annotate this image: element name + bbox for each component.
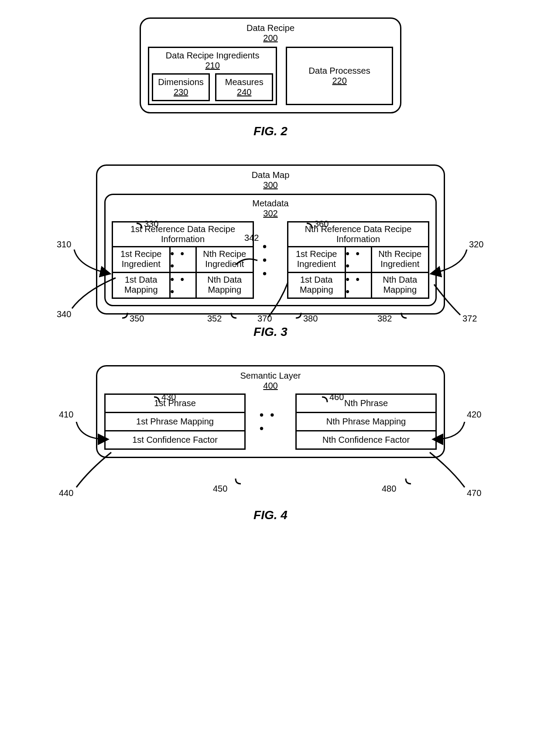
- semantic-row: 1st Phrase 1st Phrase Mapping 1st Confid…: [104, 393, 437, 450]
- figure-2-caption: FIG. 2: [17, 124, 524, 138]
- phrase-n-title: Nth Phrase: [297, 395, 435, 412]
- figure-3-caption: FIG. 3: [52, 325, 489, 339]
- lbl-440: 440: [59, 488, 73, 498]
- recipen-ing1: 1st Recipe Ingredient: [288, 247, 346, 272]
- recipen-mapn: Nth Data Mapping: [372, 272, 428, 298]
- data-map-box: Data Map 300 Metadata 302 1st Reference …: [96, 164, 445, 315]
- lbl-382: 382: [377, 314, 392, 323]
- figure-2: Data Recipe 200 Data Recipe Ingredients …: [17, 17, 524, 138]
- recipe1-map1: 1st Data Mapping: [113, 272, 171, 298]
- ref-recipe-n-box: Nth Reference Data Recipe Information 1s…: [287, 221, 429, 299]
- lbl-480: 480: [382, 484, 396, 493]
- lbl-370: 370: [257, 314, 272, 323]
- data-recipe-num: 200: [148, 33, 393, 43]
- measures-num: 240: [219, 87, 269, 97]
- semantic-layer-title: Semantic Layer: [104, 371, 437, 381]
- dimensions-box: Dimensions 230: [152, 73, 210, 101]
- semantic-layer-heading: Semantic Layer 400: [104, 371, 437, 391]
- metadata-heading: Metadata 302: [112, 198, 429, 219]
- phrase-n-conf: Nth Confidence Factor: [297, 430, 435, 448]
- ref-recipe-1-title: 1st Reference Data Recipe Information: [113, 222, 253, 247]
- dimensions-title: Dimensions: [156, 77, 206, 87]
- data-map-num: 300: [104, 180, 437, 190]
- recipen-map1: 1st Data Mapping: [288, 272, 346, 298]
- dots-icon: • • •: [346, 272, 372, 298]
- data-recipe-heading: Data Recipe 200: [148, 23, 393, 43]
- recipen-ingn: Nth Recipe Ingredient: [372, 247, 428, 272]
- lbl-352: 352: [207, 314, 222, 323]
- processes-title: Data Processes: [309, 66, 370, 76]
- phrase-1-conf: 1st Confidence Factor: [106, 430, 244, 448]
- lbl-350: 350: [130, 314, 144, 323]
- data-map-title: Data Map: [104, 170, 437, 180]
- dimensions-num: 230: [156, 87, 206, 97]
- phrase-1-box: 1st Phrase 1st Phrase Mapping 1st Confid…: [104, 393, 246, 450]
- ingredients-subrow: Dimensions 230 Measures 240: [152, 73, 273, 101]
- ingredients-title: Data Recipe Ingredients: [152, 51, 273, 61]
- figure-4: Semantic Layer 400 1st Phrase 1st Phrase…: [52, 365, 489, 548]
- measures-box: Measures 240: [215, 73, 273, 101]
- figure-3: Data Map 300 Metadata 302 1st Reference …: [52, 164, 489, 365]
- metadata-row: 1st Reference Data Recipe Information 1s…: [112, 221, 429, 299]
- semantic-layer-box: Semantic Layer 400 1st Phrase 1st Phrase…: [96, 365, 445, 458]
- recipe1-ingn: Nth Recipe Ingredient: [197, 247, 253, 272]
- dots-icon: • • •: [171, 272, 197, 298]
- processes-box: Data Processes 220: [286, 47, 393, 105]
- recipe1-mapn: Nth Data Mapping: [197, 272, 253, 298]
- lbl-380: 380: [303, 314, 318, 323]
- lbl-410: 410: [59, 410, 73, 419]
- lbl-340: 340: [57, 309, 71, 319]
- data-recipe-box: Data Recipe 200 Data Recipe Ingredients …: [140, 17, 401, 113]
- lbl-310: 310: [57, 239, 71, 249]
- phrase-1-mapping: 1st Phrase Mapping: [106, 412, 244, 430]
- phrase-1-title: 1st Phrase: [106, 395, 244, 412]
- measures-title: Measures: [219, 77, 269, 87]
- data-recipe-title: Data Recipe: [148, 23, 393, 33]
- dots-icon: • • •: [346, 247, 372, 272]
- figure-4-caption: FIG. 4: [52, 508, 489, 522]
- metadata-box: Metadata 302 1st Reference Data Recipe I…: [104, 194, 437, 306]
- dots-icon: • • •: [260, 393, 281, 450]
- dots-icon: • • •: [171, 247, 197, 272]
- lbl-450: 450: [213, 484, 227, 493]
- phrase-n-mapping: Nth Phrase Mapping: [297, 412, 435, 430]
- data-map-heading: Data Map 300: [104, 170, 437, 190]
- semantic-layer-num: 400: [104, 381, 437, 391]
- ingredients-num: 210: [152, 61, 273, 71]
- processes-num: 220: [309, 76, 370, 86]
- ref-recipe-1-box: 1st Reference Data Recipe Information 1s…: [112, 221, 254, 299]
- metadata-num: 302: [112, 209, 429, 219]
- ref-recipe-n-title: Nth Reference Data Recipe Information: [288, 222, 428, 247]
- lbl-420: 420: [467, 410, 481, 419]
- dots-icon: • • •: [263, 221, 278, 299]
- ingredients-box: Data Recipe Ingredients 210 Dimensions 2…: [148, 47, 277, 105]
- phrase-n-box: Nth Phrase Nth Phrase Mapping Nth Confid…: [295, 393, 437, 450]
- lbl-320: 320: [469, 239, 483, 249]
- recipe1-ing1: 1st Recipe Ingredient: [113, 247, 171, 272]
- lbl-372: 372: [462, 314, 477, 323]
- metadata-title: Metadata: [112, 198, 429, 209]
- data-recipe-row: Data Recipe Ingredients 210 Dimensions 2…: [148, 47, 393, 105]
- lbl-470: 470: [467, 488, 481, 498]
